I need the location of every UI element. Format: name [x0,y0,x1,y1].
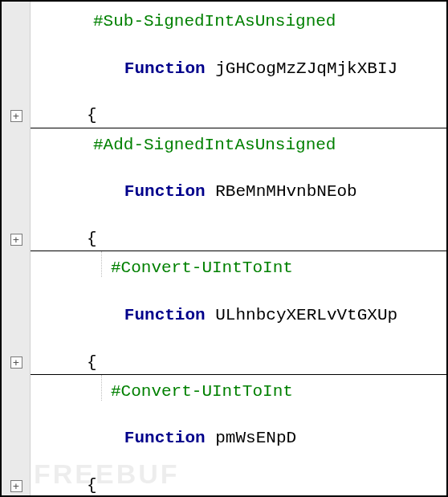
code-block: #Sub-SignedIntAsUnsigned Function jGHCog… [31,5,446,128]
code-area[interactable]: #Sub-SignedIntAsUnsigned Function jGHCog… [31,2,446,495]
function-decl: Function jGHCogMzZJqMjkXBIJ [31,33,446,104]
open-brace: { [31,227,446,251]
keyword-function: Function [124,182,206,201]
fold-toggle-icon[interactable]: + [10,234,22,246]
brace-row: + { [31,227,446,251]
function-decl: Function RBeMnMHvnbNEob [31,157,446,227]
keyword-function: Function [124,306,206,324]
brace-row: + { [31,351,446,375]
keyword-function: Function [124,59,206,78]
comment-line: #Convert-UIntToInt [31,256,446,279]
comment-line: #Add-SignedIntAsUnsigned [31,133,446,157]
function-name: pmWsENpD [215,429,296,447]
fold-toggle-icon[interactable]: + [10,110,22,122]
keyword-function: Function [124,429,206,447]
function-name: RBeMnMHvnbNEob [215,182,356,201]
open-brace: { [31,104,446,128]
comment-line: #Sub-SignedIntAsUnsigned [31,10,446,33]
open-brace: { [31,474,446,497]
fold-toggle-icon[interactable]: + [10,356,22,369]
code-block: #Add-SignedIntAsUnsigned Function RBeMnM… [31,128,446,252]
function-name: ULhnbcyXERLvVtGXUp [215,306,397,324]
code-block: #Convert-UIntToInt Function ULhnbcyXERLv… [31,251,446,375]
function-decl: Function ULhnbcyXERLvVtGXUp [31,280,446,351]
function-decl: Function pmWsENpD [31,403,446,474]
code-block: #Convert-UIntToInt Function pmWsENpD + { [31,375,446,497]
comment-line: #Convert-UIntToInt [31,380,446,403]
fold-toggle-icon[interactable]: + [10,480,22,492]
open-brace: { [31,351,446,375]
brace-row: + { [31,104,446,128]
function-name: jGHCogMzZJqMjkXBIJ [215,59,397,78]
brace-row: + { [31,474,446,497]
code-editor: #Sub-SignedIntAsUnsigned Function jGHCog… [2,2,446,495]
